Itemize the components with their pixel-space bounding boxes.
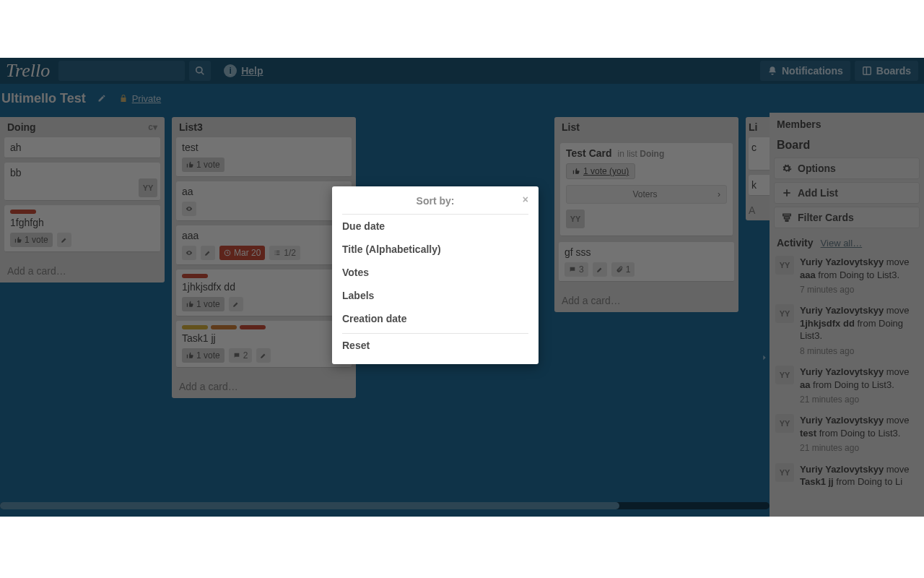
card-member-avatar[interactable]: YY: [139, 178, 157, 197]
due-badge: Mar 20: [219, 246, 265, 260]
popover-title: Sort by:: [417, 195, 455, 207]
list-title: Li: [749, 121, 757, 133]
voters-row[interactable]: Voters ›: [566, 185, 727, 204]
card[interactable]: c: [749, 137, 770, 171]
card[interactable]: ah: [4, 137, 160, 158]
chevron-right-icon: ›: [718, 189, 720, 199]
addlist-label: Add List: [798, 187, 838, 199]
boards-button[interactable]: Boards: [855, 61, 918, 81]
activity-avatar[interactable]: YY: [775, 304, 794, 323]
card[interactable]: bb YY: [4, 163, 160, 201]
search-icon: [195, 66, 205, 76]
checklist-icon: [274, 249, 281, 256]
chevron-right-icon: [761, 353, 768, 363]
sort-option[interactable]: Creation date: [342, 307, 528, 330]
sort-option[interactable]: Due date: [342, 215, 528, 238]
edit-badge[interactable]: [229, 297, 243, 311]
sidebar-options-button[interactable]: Options: [774, 158, 920, 179]
activity-item: YYYuriy Yazlovytskyy move aaa from Doing…: [774, 251, 920, 300]
sort-reset[interactable]: Reset: [342, 334, 528, 357]
add-card-button[interactable]: Add a card…: [172, 375, 356, 398]
activity-item: YYYuriy Yazlovytskyy move aa from Doing …: [774, 361, 920, 410]
search-button[interactable]: [189, 61, 211, 81]
add-card-button[interactable]: A: [746, 200, 770, 220]
vote-badge: 1 vote: [182, 297, 225, 311]
activity-avatar[interactable]: YY: [775, 256, 794, 275]
pencil-icon: [61, 236, 68, 243]
comment-icon: [569, 266, 576, 273]
search-input[interactable]: [58, 61, 185, 81]
sidebar-addlist-button[interactable]: Add List: [774, 182, 920, 204]
help-link[interactable]: i Help: [224, 64, 263, 77]
sort-popover: Sort by: × Due dateTitle (Alphabetically…: [332, 186, 539, 364]
thumb-up-icon: [14, 236, 22, 243]
edit-badge[interactable]: [201, 246, 215, 260]
list-title: List: [562, 121, 580, 133]
card-title: aaa: [182, 230, 199, 241]
attachment-icon: [616, 266, 623, 273]
sidebar-collapse-button[interactable]: [759, 347, 770, 368]
plus-icon: [782, 188, 792, 198]
card-title: 1jhkjsdfx dd: [182, 281, 235, 293]
lock-icon: [119, 94, 128, 103]
card[interactable]: k: [749, 175, 770, 196]
card[interactable]: test 1 vote: [176, 137, 352, 177]
edit-badge[interactable]: [256, 348, 271, 363]
card[interactable]: Task1 jj 1 vote 2: [176, 321, 352, 368]
view-all-link[interactable]: View all…: [821, 238, 863, 249]
popover-close-button[interactable]: ×: [523, 194, 528, 205]
add-card-button[interactable]: Add a card…: [554, 289, 738, 312]
rename-board-button[interactable]: [93, 90, 110, 107]
list-list: List Test Card in list Doing 1 vote (you…: [554, 117, 738, 312]
filter-label: Filter Cards: [798, 212, 854, 223]
board-title: Ultimello Test: [1, 91, 86, 106]
card[interactable]: 1jhkjsdfx dd 1 vote: [176, 269, 352, 316]
card-title: Task1 jj: [182, 332, 216, 344]
activity-item: YYYuriy Yazlovytskyy move test from Doin…: [774, 410, 920, 458]
list-menu-button[interactable]: c▾: [148, 122, 157, 132]
activity-item: YYYuriy Yazlovytskyy move Task1 jj from …: [774, 459, 920, 496]
svg-rect-8: [785, 217, 790, 218]
sort-option[interactable]: Votes: [342, 261, 528, 284]
thumb-up-icon: [186, 352, 193, 359]
app-logo[interactable]: Trello: [6, 60, 50, 82]
sidebar-members-header: Members: [770, 113, 924, 133]
in-list-label: in list Doing: [618, 149, 665, 159]
activity-avatar[interactable]: YY: [775, 366, 794, 384]
card[interactable]: 1fghfgh 1 vote: [4, 205, 160, 252]
test-card[interactable]: Test Card in list Doing 1 vote (you) Vot…: [560, 143, 733, 236]
card[interactable]: aaa Mar 20 1/2: [176, 225, 352, 265]
vote-button[interactable]: 1 vote (you): [566, 163, 635, 179]
notifications-button[interactable]: Notifications: [760, 61, 850, 81]
activity-text: Yuriy Yazlovytskyy move aa from Doing to…: [800, 366, 918, 405]
sort-option[interactable]: Labels: [342, 284, 528, 307]
activity-text: Yuriy Yazlovytskyy move aaa from Doing t…: [800, 256, 918, 296]
vote-badge: 1 vote: [10, 233, 53, 247]
sidebar-activity-header: Activity: [777, 237, 814, 249]
pencil-icon: [232, 301, 240, 308]
horizontal-scrollbar-thumb[interactable]: [0, 502, 619, 509]
sort-option[interactable]: Title (Alphabetically): [342, 238, 528, 261]
activity-avatar[interactable]: YY: [775, 414, 794, 433]
edit-badge[interactable]: [57, 233, 71, 247]
horizontal-scrollbar-track[interactable]: [0, 502, 770, 509]
eye-icon: [185, 249, 193, 256]
card-title: aa: [182, 186, 193, 197]
voter-avatar[interactable]: YY: [566, 210, 585, 228]
bell-icon: [767, 66, 777, 76]
comments-badge: 3: [565, 262, 588, 277]
privacy-link[interactable]: Private: [132, 93, 161, 104]
activity-avatar[interactable]: YY: [775, 463, 794, 482]
pencil-icon: [204, 249, 212, 256]
card[interactable]: aa: [176, 181, 352, 221]
card[interactable]: gf sss 3 1: [559, 242, 734, 282]
sidebar-filter-button[interactable]: Filter Cards: [774, 207, 920, 228]
add-card-button[interactable]: Add a card…: [0, 259, 165, 282]
activity-item: YYYuriy Yazlovytskyy move 1jhkjsdfx dd f…: [774, 300, 920, 361]
help-label: Help: [241, 65, 263, 77]
card-title: gf sss: [565, 246, 591, 258]
info-icon: i: [224, 64, 237, 77]
list-title: Doing: [7, 121, 36, 133]
activity-text: Yuriy Yazlovytskyy move test from Doing …: [800, 414, 918, 454]
edit-badge[interactable]: [593, 262, 607, 277]
